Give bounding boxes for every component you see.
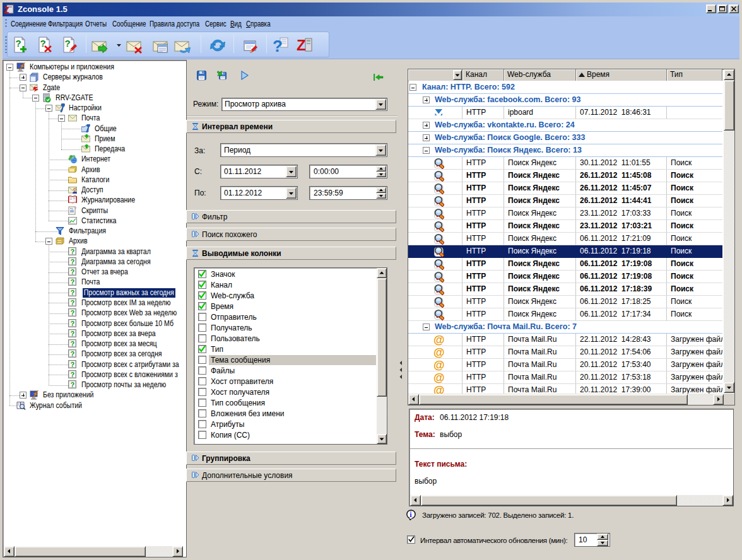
svg-text:?: ? — [71, 309, 75, 317]
svg-text:Z: Z — [297, 37, 306, 54]
svg-text:?: ? — [71, 278, 75, 286]
svg-text:?: ? — [71, 350, 75, 358]
svg-text:?: ? — [71, 268, 75, 276]
svg-text:@: @ — [433, 372, 444, 383]
svg-text:?: ? — [273, 37, 283, 55]
svg-text:?: ? — [71, 340, 75, 347]
svg-text:?: ? — [71, 288, 75, 296]
svg-text:?: ? — [71, 381, 75, 388]
svg-text:?: ? — [71, 319, 75, 327]
svg-text:?: ? — [71, 247, 75, 255]
svg-text:?: ? — [71, 257, 75, 265]
svg-text:@: @ — [433, 347, 444, 358]
svg-text:@: @ — [433, 359, 444, 371]
svg-text:?: ? — [71, 298, 75, 306]
svg-text:?: ? — [16, 38, 21, 49]
svg-text:?: ? — [71, 370, 75, 378]
svg-text:?: ? — [65, 38, 71, 49]
svg-text:?: ? — [71, 360, 75, 368]
svg-text:?: ? — [71, 329, 75, 337]
svg-text:@: @ — [433, 334, 444, 346]
svg-text:Z: Z — [4, 5, 9, 15]
